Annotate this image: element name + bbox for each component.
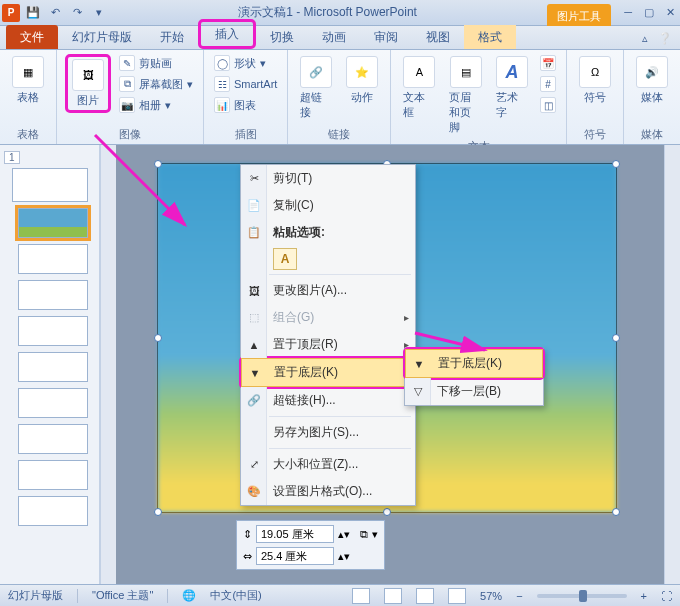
normal-view-button[interactable]	[352, 588, 370, 604]
sub-send-to-back[interactable]: ▼置于底层(K)	[406, 350, 542, 377]
layout-thumb[interactable]	[18, 280, 88, 310]
ctx-format-picture[interactable]: 🎨设置图片格式(O)...	[241, 478, 415, 505]
layout-thumb[interactable]	[18, 424, 88, 454]
tab-home[interactable]: 开始	[146, 25, 198, 49]
chart-button[interactable]: 📊图表	[212, 96, 279, 114]
tab-file[interactable]: 文件	[6, 25, 58, 49]
ribbon-group-text: A 文本框 ▤ 页眉和页脚 A 艺术字 📅 # ◫ 文本	[391, 50, 567, 144]
resize-handle[interactable]	[612, 334, 620, 342]
layout-thumb[interactable]	[18, 460, 88, 490]
clipart-button[interactable]: ✎剪贴画	[117, 54, 195, 72]
layout-thumb[interactable]	[18, 388, 88, 418]
resize-handle[interactable]	[154, 508, 162, 516]
ctx-copy[interactable]: 📄复制(C)	[241, 192, 415, 219]
shapes-button[interactable]: ◯形状 ▾	[212, 54, 279, 72]
window-controls: ─ ▢ ✕	[621, 6, 678, 19]
qat-more-icon[interactable]: ▾	[90, 4, 108, 22]
picture-button[interactable]: 🖼 图片	[65, 54, 111, 113]
ribbon-collapse-icon[interactable]: ▵	[642, 32, 648, 45]
status-language[interactable]: 中文(中国)	[210, 588, 261, 603]
zoom-level[interactable]: 57%	[480, 590, 502, 602]
table-button[interactable]: ▦ 表格	[8, 54, 48, 107]
tab-transitions[interactable]: 切换	[256, 25, 308, 49]
restore-button[interactable]: ▢	[641, 6, 657, 19]
help-icon[interactable]: ❔	[658, 32, 672, 45]
stepper-icon[interactable]: ▴▾	[338, 528, 350, 541]
zoom-slider[interactable]	[537, 594, 627, 598]
crop-menu-icon[interactable]: ▾	[372, 528, 378, 541]
reading-view-button[interactable]	[416, 588, 434, 604]
ctx-bring-front[interactable]: ▲置于顶层(R)	[241, 331, 415, 358]
hyperlink-icon: 🔗	[300, 56, 332, 88]
layout-thumb[interactable]	[18, 316, 88, 346]
layout-thumb[interactable]	[18, 352, 88, 382]
ribbon-group-images: 🖼 图片 ✎剪贴画 ⧉屏幕截图 ▾ 📷相册 ▾ 图像	[57, 50, 204, 144]
fit-button[interactable]: ⛶	[661, 590, 672, 602]
ctx-hyperlink[interactable]: 🔗超链接(H)...	[241, 387, 415, 414]
smartart-button[interactable]: ☷SmartArt	[212, 75, 279, 93]
object-button[interactable]: ◫	[538, 96, 558, 114]
save-icon[interactable]: 💾	[24, 4, 42, 22]
wordart-icon: A	[496, 56, 528, 88]
tab-animations[interactable]: 动画	[308, 25, 360, 49]
ctx-size-position[interactable]: ⤢大小和位置(Z)...	[241, 451, 415, 478]
action-button[interactable]: ⭐ 动作	[342, 54, 382, 107]
editor-scrollbar[interactable]	[664, 145, 680, 584]
headerfooter-button[interactable]: ▤ 页眉和页脚	[445, 54, 486, 137]
tab-review[interactable]: 审阅	[360, 25, 412, 49]
slidenum-button[interactable]: #	[538, 75, 558, 93]
width-input[interactable]	[256, 547, 334, 565]
resize-handle[interactable]	[154, 334, 162, 342]
smartart-icon: ☷	[214, 76, 230, 92]
media-icon: 🔊	[636, 56, 668, 88]
zoom-thumb[interactable]	[579, 590, 587, 602]
headerfooter-icon: ▤	[450, 56, 482, 88]
symbol-button[interactable]: Ω 符号	[575, 54, 615, 107]
screenshot-button[interactable]: ⧉屏幕截图 ▾	[117, 75, 195, 93]
textbox-button[interactable]: A 文本框	[399, 54, 439, 122]
sub-send-backward[interactable]: ▽下移一层(B)	[405, 378, 543, 405]
close-button[interactable]: ✕	[663, 6, 678, 19]
hyperlink-button[interactable]: 🔗 超链接	[296, 54, 336, 122]
ctx-change-picture[interactable]: 🖼更改图片(A)...	[241, 277, 415, 304]
size-icon: ⤢	[246, 457, 262, 473]
ribbon-tabs: 文件 幻灯片母版 开始 插入 切换 动画 审阅 视图 格式 ▵ ❔	[0, 26, 680, 50]
redo-icon[interactable]: ↷	[68, 4, 86, 22]
layout-thumb[interactable]	[18, 496, 88, 526]
status-bar: 幻灯片母版 "Office 主题" 🌐 中文(中国) 57% − + ⛶	[0, 584, 680, 606]
media-button[interactable]: 🔊 媒体	[632, 54, 672, 107]
album-icon: 📷	[119, 97, 135, 113]
height-input[interactable]	[256, 525, 334, 543]
tab-slide-master[interactable]: 幻灯片母版	[58, 25, 146, 49]
slideshow-view-button[interactable]	[448, 588, 466, 604]
layout-thumb[interactable]	[18, 244, 88, 274]
window-title: 演示文稿1 - Microsoft PowerPoint	[108, 4, 547, 21]
zoom-in-button[interactable]: +	[641, 590, 647, 602]
tab-insert[interactable]: 插入	[198, 19, 256, 49]
layout-thumb-selected[interactable]	[18, 208, 88, 238]
zoom-out-button[interactable]: −	[516, 590, 522, 602]
resize-handle[interactable]	[383, 508, 391, 516]
thumbnails-scrollbar[interactable]	[100, 145, 116, 584]
tab-view[interactable]: 视图	[412, 25, 464, 49]
ribbon-group-links: 🔗 超链接 ⭐ 动作 链接	[288, 50, 391, 144]
crop-icon[interactable]: ⧉	[360, 528, 368, 541]
wordart-button[interactable]: A 艺术字	[492, 54, 532, 122]
stepper-icon[interactable]: ▴▾	[338, 550, 350, 563]
resize-handle[interactable]	[612, 160, 620, 168]
contextual-tab-label: 图片工具	[547, 4, 611, 26]
paste-option-keep-format[interactable]: A	[273, 248, 297, 270]
sorter-view-button[interactable]	[384, 588, 402, 604]
master-thumb[interactable]	[12, 168, 88, 202]
album-button[interactable]: 📷相册 ▾	[117, 96, 195, 114]
undo-icon[interactable]: ↶	[46, 4, 64, 22]
ctx-save-as-picture[interactable]: 另存为图片(S)...	[241, 419, 415, 446]
tab-format[interactable]: 格式	[464, 25, 516, 49]
ctx-send-back[interactable]: ▼置于底层(K)	[242, 359, 414, 386]
minimize-button[interactable]: ─	[621, 6, 635, 19]
resize-handle[interactable]	[612, 508, 620, 516]
date-button[interactable]: 📅	[538, 54, 558, 72]
ctx-cut[interactable]: ✂剪切(T)	[241, 165, 415, 192]
resize-handle[interactable]	[154, 160, 162, 168]
context-menu: ✂剪切(T) 📄复制(C) 📋粘贴选项: A 🖼更改图片(A)... ⬚组合(G…	[240, 164, 416, 506]
